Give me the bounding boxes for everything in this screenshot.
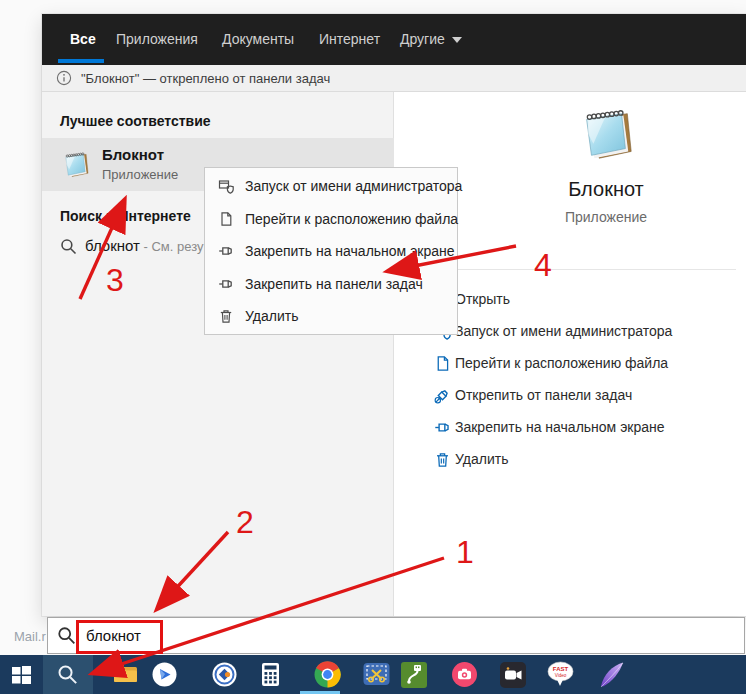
calculator-icon[interactable] xyxy=(259,662,283,687)
unpin-icon xyxy=(434,387,451,404)
app-subtitle: Приложение xyxy=(466,209,746,225)
app-header-block: Блокнот Приложение xyxy=(466,92,746,225)
divider xyxy=(414,269,736,270)
action-open-file-location[interactable]: Перейти к расположению файла xyxy=(394,348,746,380)
start-button-icon[interactable] xyxy=(12,666,31,684)
search-icon xyxy=(60,238,77,255)
chevron-down-icon xyxy=(452,37,462,43)
tab-web[interactable]: Интернет xyxy=(319,14,380,65)
tab-more[interactable]: Другие xyxy=(400,14,462,65)
annotation-number-4: 4 xyxy=(534,249,552,281)
action-uninstall[interactable]: Удалить xyxy=(394,444,746,476)
annotation-box-query xyxy=(76,620,163,654)
fast-video-app-icon[interactable]: FAST Video xyxy=(547,661,574,688)
tab-all[interactable]: Все xyxy=(70,14,96,65)
screenshot-root: { "tabs": { "items": ["Все", "Приложения… xyxy=(0,0,746,694)
video-recorder-app-icon[interactable] xyxy=(500,662,526,688)
taskbar-search-button[interactable] xyxy=(43,655,93,694)
tab-documents[interactable]: Документы xyxy=(222,14,294,65)
pin-icon xyxy=(218,276,234,292)
menu-item-run-as-admin[interactable]: Запуск от имени администратора xyxy=(205,170,457,203)
annotation-number-1: 1 xyxy=(456,536,474,568)
trash-icon xyxy=(218,308,234,324)
pin-icon xyxy=(434,419,451,436)
action-unpin-from-taskbar[interactable]: Открепить от панели задач xyxy=(394,380,746,412)
menu-item-uninstall[interactable]: Удалить xyxy=(205,300,457,333)
result-subtitle: Приложение xyxy=(102,167,178,182)
svg-text:Video: Video xyxy=(555,673,567,678)
notepad-app-icon xyxy=(60,149,91,180)
web-search-header: Поиск в Интернете xyxy=(60,208,191,224)
file-location-icon xyxy=(218,211,234,227)
tab-apps[interactable]: Приложения xyxy=(116,14,198,65)
info-icon xyxy=(56,70,72,86)
annotation-number-3: 3 xyxy=(106,264,124,296)
web-query: блокнот xyxy=(85,237,140,254)
notepad-app-icon-large xyxy=(575,103,637,165)
app-title: Блокнот xyxy=(466,178,746,201)
svg-text:FAST: FAST xyxy=(553,666,569,672)
active-tab-indicator xyxy=(58,59,104,63)
purple-feather-app-icon[interactable] xyxy=(596,660,625,689)
status-toast: "Блокнот" — откреплено от панели задач xyxy=(42,65,746,92)
trash-icon xyxy=(434,451,451,468)
app-blue-ring-icon[interactable] xyxy=(212,662,237,687)
menu-item-open-file-location[interactable]: Перейти к расположению файла xyxy=(205,203,457,236)
action-pin-to-start[interactable]: Закрепить на начальном экране xyxy=(394,412,746,444)
menu-item-pin-to-taskbar[interactable]: Закрепить на панели задач xyxy=(205,268,457,301)
search-icon xyxy=(57,626,76,645)
file-location-icon xyxy=(434,355,451,372)
snipping-tool-icon[interactable] xyxy=(363,661,390,688)
usb-tool-app-icon[interactable] xyxy=(401,662,427,688)
menu-item-pin-to-start[interactable]: Закрепить на начальном экране xyxy=(205,235,457,268)
best-match-header: Лучшее соответствие xyxy=(60,113,211,129)
web-query-suffix: - См. резу xyxy=(140,239,204,254)
app-blue-arrow-icon[interactable] xyxy=(152,662,177,687)
search-header: Все Приложения Документы Интернет Другие xyxy=(42,14,746,65)
background-page-link: Mail.r xyxy=(14,629,46,644)
status-text: "Блокнот" — откреплено от панели задач xyxy=(81,71,330,86)
chrome-icon[interactable] xyxy=(314,661,341,688)
annotation-number-2: 2 xyxy=(236,506,254,538)
result-title: Блокнот xyxy=(102,146,164,163)
search-icon xyxy=(57,664,78,685)
camera-recorder-app-icon[interactable] xyxy=(452,662,477,687)
admin-shield-icon xyxy=(218,178,234,194)
file-explorer-icon[interactable] xyxy=(113,662,138,687)
context-menu: Запуск от имени администратора Перейти к… xyxy=(204,167,458,335)
taskbar: FAST Video xyxy=(0,655,746,694)
pin-icon xyxy=(218,243,234,259)
